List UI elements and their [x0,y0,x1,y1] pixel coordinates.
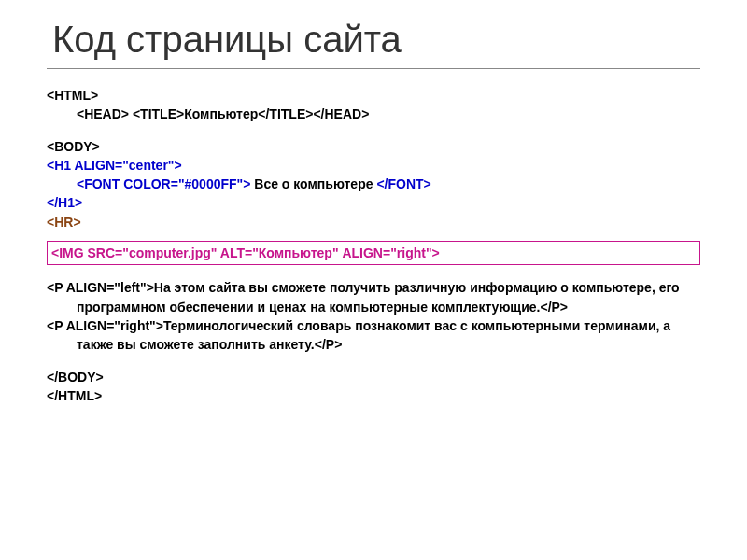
code-line-h1-close: </H1> [47,193,700,212]
p2-text: Терминологический словарь познакомит вас… [77,318,670,352]
code-line-html-close: </HTML> [47,386,700,405]
p1-close: </P> [540,300,568,315]
code-line-head: <HEAD> <TITLE>Компьютер</TITLE></HEAD> [47,105,700,123]
code-line-body-open: <BODY> [47,137,700,156]
p2-open: <P ALIGN="right"> [47,318,163,333]
code-line-html-open: <HTML> [47,86,700,105]
code-line-h1-open: <H1 ALIGN="center"> [47,156,700,175]
font-open: <FONT COLOR="#0000FF"> [77,176,254,191]
p2-close: </P> [315,337,343,352]
font-close: </FONT> [376,176,430,191]
code-line-p2: <P ALIGN="right">Терминологический слова… [77,316,700,355]
code-line-body-close: </BODY> [47,368,700,386]
code-line-p1: <P ALIGN="left">На этом сайта вы сможете… [77,278,700,316]
slide: Код страницы сайта <HTML> <HEAD> <TITLE>… [0,0,747,424]
blank-line [47,355,700,368]
head-open: <HEAD> <TITLE> [77,106,184,121]
code-line-img: <IMG SRC="computer.jpg" ALT="Компьютер" … [51,244,696,262]
head-close: </TITLE></HEAD> [258,106,369,121]
heading-text: Все о компьютере [254,176,376,191]
title-underline [47,68,700,69]
page-title: Код страницы сайта [47,19,700,61]
p1-open: <P ALIGN="left"> [47,280,154,295]
title-text: Компьютер [184,106,258,121]
code-line-font: <FONT COLOR="#0000FF"> Все о компьютере … [47,175,700,193]
code-line-hr: <HR> [47,213,700,231]
blank-line [47,124,700,137]
highlight-box: <IMG SRC="computer.jpg" ALT="Компьютер" … [47,241,700,265]
p1-text: На этом сайта вы сможете получить различ… [77,280,680,314]
code-block: <HTML> <HEAD> <TITLE>Компьютер</TITLE></… [47,86,700,405]
